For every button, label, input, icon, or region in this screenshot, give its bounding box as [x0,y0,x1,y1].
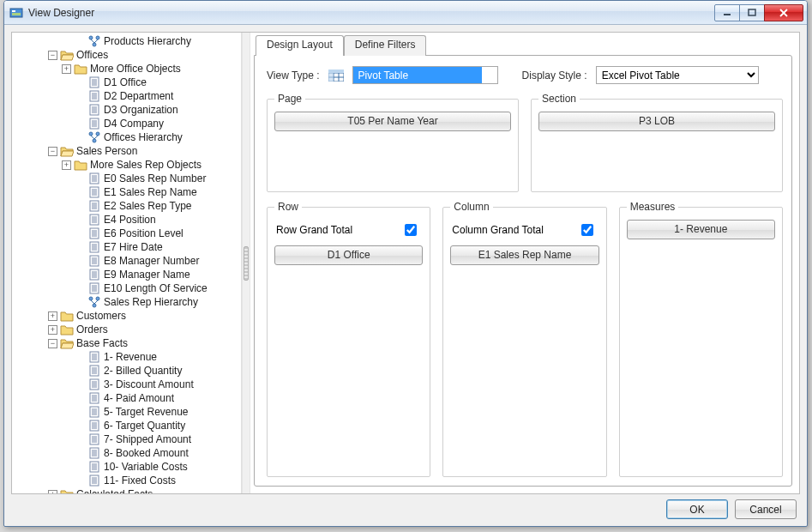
row-grand-total-checkbox[interactable] [405,224,417,236]
tree-item[interactable]: 8- Booked Amount [14,446,241,460]
group-section[interactable]: Section P3 LOB [531,93,783,192]
page-item[interactable]: T05 Per Name Year [274,112,511,131]
view-type-select[interactable]: Pivot Table [352,66,498,84]
svg-point-78 [93,304,96,307]
tree-expander-blank [75,449,85,458]
tree-item[interactable]: E9 Manager Name [14,268,241,281]
tree-item[interactable]: −Sales Person [14,144,241,158]
tree-item[interactable]: E1 Sales Rep Name [14,185,241,199]
col-icon [87,432,101,446]
tree-item-label: Orders [76,323,108,336]
tree-expander[interactable]: + [48,490,57,494]
tree-item[interactable]: 11- Fixed Costs [14,474,241,487]
view-type-label: View Type : [267,70,320,82]
tree-item-label: Calculated Facts [76,488,153,493]
svg-rect-84 [90,366,99,376]
group-row[interactable]: Row Row Grand Total D1 Office [267,201,430,477]
hierarchy-icon [87,34,101,48]
display-style-select[interactable]: Excel Pivot Table [596,66,759,84]
tree-item-label: E10 Length Of Service [104,282,208,294]
tree-item[interactable]: E6 Position Level [14,227,241,240]
tree-item[interactable]: 5- Target Revenue [14,405,241,419]
tree-item-label: 2- Billed Quantity [104,365,182,377]
tree-item[interactable]: −Base Facts [14,336,241,350]
tree-item[interactable]: E4 Position [14,213,241,227]
tree-item-label: E1 Sales Rep Name [104,186,197,198]
tree-item[interactable]: Products Hierarchy [14,34,241,48]
row-col-measures-row: Row Row Grand Total D1 Office Column [267,201,783,477]
tree-item-label: Products Hierarchy [104,35,191,47]
group-page[interactable]: Page T05 Per Name Year [267,93,519,192]
tab-define-filters[interactable]: Define Filters [344,35,427,56]
group-measures[interactable]: Measures 1- Revenue [619,201,783,477]
tree-item[interactable]: E0 Sales Rep Number [14,172,241,185]
tree-expander-blank [75,462,85,472]
tree-expander[interactable]: + [48,311,57,321]
tree-expander[interactable]: + [62,160,71,170]
tree-item[interactable]: 6- Target Quantity [14,419,241,432]
column-item[interactable]: E1 Sales Rep Name [450,245,598,265]
tab-page-design: View Type : Pivot Table Display Style : … [254,55,792,487]
svg-point-6 [96,36,99,39]
folder-open-icon [60,336,74,350]
group-column[interactable]: Column Column Grand Total E1 Sales Rep N… [442,201,606,477]
cancel-button[interactable]: Cancel [735,499,797,519]
tree-item[interactable]: E7 Hire Date [14,240,241,254]
row-item[interactable]: D1 Office [274,245,423,265]
tree-expander-blank [75,476,85,486]
measures-item[interactable]: 1- Revenue [627,220,775,239]
tree-expander[interactable]: + [48,325,57,335]
tree-item[interactable]: 2- Billed Quantity [14,364,241,378]
window-controls [715,4,803,21]
svg-point-77 [96,297,99,300]
tree-item[interactable]: 4- Paid Amount [14,391,241,405]
tree-expander[interactable]: + [62,64,71,74]
tree-item[interactable]: +Orders [14,323,241,336]
tree-item[interactable]: 10- Variable Costs [14,460,241,474]
close-button[interactable] [764,4,803,21]
tree-expander[interactable]: − [48,339,57,348]
tree-item[interactable]: 7- Shipped Amount [14,432,241,446]
main-split: Products Hierarchy−Offices+More Office O… [11,32,800,494]
tree-item[interactable]: D4 Company [14,117,241,130]
tree-item[interactable]: Sales Rep Hierarchy [14,295,241,309]
column-grand-total-checkbox[interactable] [581,224,593,236]
col-icon [87,268,101,281]
tree-item[interactable]: E10 Length Of Service [14,281,241,295]
ok-button[interactable]: OK [666,499,728,519]
titlebar[interactable]: View Designer [4,1,807,25]
svg-rect-31 [90,173,99,184]
tree-item[interactable]: Offices Hierarchy [14,130,241,144]
tree-item[interactable]: 1- Revenue [14,350,241,364]
tree-expander[interactable]: − [48,51,57,60]
tree-item-label: D4 Company [104,118,164,130]
tree-item-label: Base Facts [76,337,128,349]
svg-rect-124 [90,475,99,486]
tree-expander-blank [75,353,85,362]
footer-buttons: OK Cancel [11,494,800,521]
tab-design-layout[interactable]: Design Layout [256,35,344,56]
content-area: Products Hierarchy−Offices+More Office O… [4,25,807,526]
minimize-button[interactable] [714,4,740,21]
folder-open-icon [60,144,74,158]
tree-item[interactable]: +More Sales Rep Objects [14,158,241,172]
tree-item-label: D1 Office [104,76,147,88]
section-item[interactable]: P3 LOB [538,112,775,131]
splitter[interactable] [242,33,250,493]
tree-item[interactable]: +Customers [14,309,241,323]
tree-item[interactable]: E8 Manager Number [14,254,241,268]
maximize-button[interactable] [739,4,765,21]
svg-rect-94 [90,393,99,403]
tree-item[interactable]: 3- Discount Amount [14,378,241,391]
tree-expander[interactable]: − [48,147,57,156]
folder-icon [60,309,74,323]
tree-view[interactable]: Products Hierarchy−Offices+More Office O… [12,33,241,493]
tree-item[interactable]: +Calculated Facts [14,487,241,493]
tree-item[interactable]: D2 Department [14,89,241,103]
tree-item[interactable]: D1 Office [14,76,241,89]
col-icon [87,446,101,460]
tree-item[interactable]: E2 Sales Rep Type [14,199,241,213]
tree-item[interactable]: −Offices [14,48,241,62]
tree-item[interactable]: D3 Organization [14,103,241,117]
tree-item[interactable]: +More Office Objects [14,62,241,76]
